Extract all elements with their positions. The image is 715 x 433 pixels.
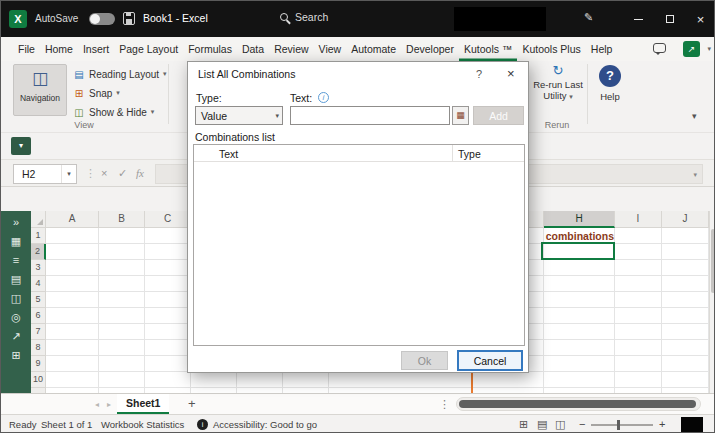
cancel-entry-icon[interactable]: ×: [101, 167, 107, 179]
type-label: Type:: [196, 92, 222, 104]
vertical-scrollbar-thumb[interactable]: [711, 229, 715, 293]
gridline: [98, 228, 99, 393]
row-header-8[interactable]: 8: [31, 340, 46, 356]
restore-button[interactable]: [654, 1, 685, 37]
cancel-button[interactable]: Cancel: [457, 350, 523, 371]
reading-layout-button[interactable]: ▤ Reading Layout ▾: [73, 65, 167, 83]
row-header-6[interactable]: 6: [31, 308, 46, 324]
show-hide-button[interactable]: ◫ Show & Hide ▾: [73, 103, 154, 121]
accessibility-status[interactable]: Accessibility: Good to go: [213, 419, 317, 430]
type-dropdown[interactable]: Value ▾: [195, 106, 283, 125]
workbook-statistics-button[interactable]: Workbook Statistics: [101, 419, 184, 430]
ok-button[interactable]: Ok: [401, 351, 448, 370]
name-box[interactable]: H2 ▾: [13, 164, 77, 184]
autosave-toggle[interactable]: [89, 13, 115, 25]
page-break-preview-icon[interactable]: ◫: [555, 418, 565, 431]
snap-button[interactable]: ⊞ Snap ▾: [73, 84, 120, 102]
zoom-slider[interactable]: [591, 424, 653, 426]
excel-logo-icon[interactable]: X: [9, 10, 27, 28]
search-placeholder: Search: [295, 11, 328, 23]
ribbon-tab-file[interactable]: File: [13, 37, 40, 61]
vertical-scrollbar[interactable]: [709, 211, 715, 393]
chevron-down-icon: ▾: [569, 93, 573, 100]
formula-bar-splitter[interactable]: ⋮: [85, 167, 96, 180]
add-sheet-button[interactable]: +: [188, 396, 196, 411]
ribbon-tab-developer[interactable]: Developer: [401, 37, 459, 61]
chevron-down-icon: ▾: [116, 89, 120, 97]
panes-icon[interactable]: ⊞: [11, 349, 20, 362]
advanced-find-icon[interactable]: ◎: [11, 311, 21, 324]
share-button[interactable]: ↗: [683, 41, 700, 57]
select-all-button[interactable]: [31, 211, 46, 228]
column-header-A[interactable]: A: [46, 211, 99, 228]
row-header-7[interactable]: 7: [31, 324, 46, 340]
confirm-entry-icon[interactable]: ✓: [118, 167, 127, 180]
minimize-button[interactable]: [623, 1, 654, 37]
ribbon-collapse-chevron[interactable]: ▾: [692, 111, 697, 121]
zoom-out-button[interactable]: −: [579, 418, 585, 430]
sheet-tab-sheet1[interactable]: Sheet1: [117, 394, 169, 414]
column-header-J[interactable]: J: [662, 211, 709, 228]
column-header-C[interactable]: C: [145, 211, 191, 228]
redacted-zoom-level: [681, 417, 703, 433]
range-select-button[interactable]: ▦: [452, 106, 469, 125]
search-box[interactable]: Search: [280, 11, 328, 23]
row-header-9[interactable]: 9: [31, 356, 46, 372]
zoom-in-button[interactable]: +: [659, 418, 665, 430]
close-button[interactable]: ×: [685, 1, 715, 37]
rerun-last-utility-button[interactable]: ↻ Re-run Last Utility ▾: [529, 63, 587, 119]
chevron-down-icon: ▾: [151, 108, 155, 116]
save-icon[interactable]: [123, 12, 135, 25]
combinations-list[interactable]: Text Type: [193, 144, 525, 346]
insert-function-icon[interactable]: fx: [136, 167, 144, 179]
add-button[interactable]: Add: [473, 106, 524, 125]
comments-button[interactable]: [653, 43, 666, 53]
expand-pane-icon[interactable]: »: [13, 216, 19, 229]
row-header-10[interactable]: 10: [31, 372, 46, 388]
normal-view-icon[interactable]: ⊞: [519, 418, 528, 431]
cell-h1-value[interactable]: combinations: [532, 229, 614, 243]
ribbon-tab-home[interactable]: Home: [40, 37, 78, 61]
view-group-label: View: [1, 120, 167, 130]
type-dropdown-value: Value: [201, 110, 227, 122]
row-header-1[interactable]: 1: [31, 228, 46, 244]
next-sheet-icon[interactable]: ▸: [107, 400, 111, 409]
horizontal-scrollbar[interactable]: [456, 397, 701, 411]
ribbon-tab-insert[interactable]: Insert: [78, 37, 114, 61]
column-header-B[interactable]: B: [99, 211, 145, 228]
help-button[interactable]: ? Help: [589, 63, 631, 102]
dialog-help-button[interactable]: ?: [476, 68, 482, 80]
autotext-icon[interactable]: ≡: [13, 254, 19, 267]
ribbon-tab-help[interactable]: Help: [586, 37, 618, 61]
minimize-icon: [634, 19, 643, 20]
ribbon-tab-automate[interactable]: Automate: [346, 37, 401, 61]
ribbon-tab-data[interactable]: Data: [237, 37, 269, 61]
ribbon-tab-kutools-plus[interactable]: Kutools Plus: [517, 37, 585, 61]
row-header-2[interactable]: 2: [31, 244, 46, 260]
row-header-4[interactable]: 4: [31, 276, 46, 292]
navigation-button[interactable]: ◫ Navigation: [13, 64, 67, 116]
dialog-close-button[interactable]: ×: [507, 66, 515, 81]
column-header-I[interactable]: I: [615, 211, 662, 228]
zoom-slider-thumb[interactable]: [617, 420, 620, 430]
ribbon-tab-formulas[interactable]: Formulas: [183, 37, 237, 61]
text-input[interactable]: [290, 106, 450, 125]
group-divider: [587, 64, 588, 124]
row-header-3[interactable]: 3: [31, 260, 46, 276]
workbook-sheet-icon[interactable]: ▦: [11, 235, 21, 248]
ribbon-tab-page-layout[interactable]: Page Layout: [114, 37, 183, 61]
row-header-5[interactable]: 5: [31, 292, 46, 308]
column-header-H[interactable]: H: [544, 211, 615, 228]
horizontal-scrollbar-thumb[interactable]: [459, 400, 696, 408]
tab-bar-splitter[interactable]: ⋮: [439, 398, 450, 411]
ribbon-tab-view[interactable]: View: [314, 37, 347, 61]
formula-bar-expand-icon[interactable]: ▾: [693, 171, 697, 179]
prev-sheet-icon[interactable]: ◂: [95, 400, 99, 409]
jump-icon[interactable]: ↗: [11, 330, 20, 343]
page-layout-view-icon[interactable]: ▤: [537, 418, 547, 431]
ribbon-tab-review[interactable]: Review: [269, 37, 313, 61]
kutools-pane-toggle-button[interactable]: ▾: [11, 137, 31, 155]
ribbon-tab-kutools[interactable]: Kutools ™: [459, 37, 517, 61]
name-manager-icon[interactable]: ▤: [11, 273, 21, 286]
column-list-icon[interactable]: ◫: [11, 292, 21, 305]
